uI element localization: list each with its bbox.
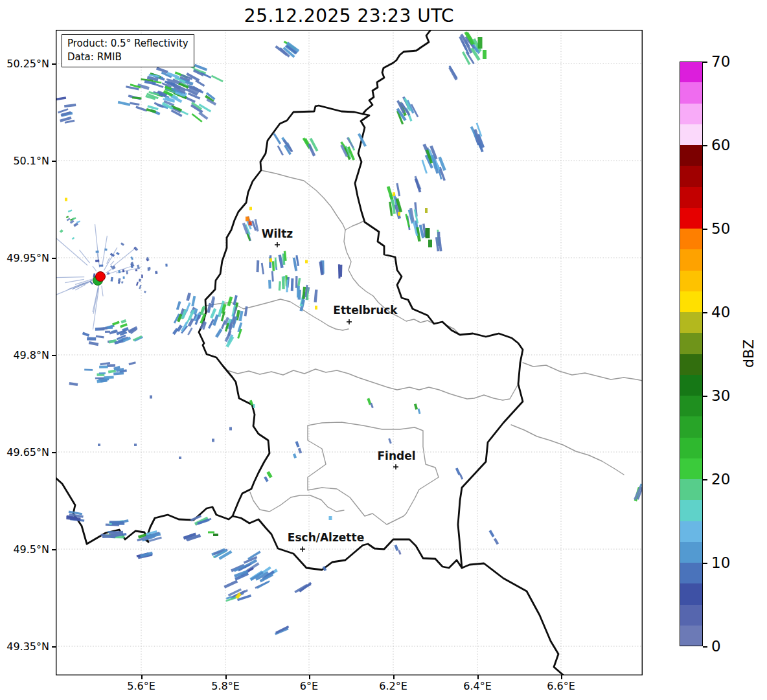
radar-echo-cell — [297, 286, 300, 298]
radar-echo-cell — [87, 337, 96, 341]
radar-clutter-spoke — [56, 238, 87, 265]
radar-echo-cell — [179, 457, 181, 459]
radar-echo-cell — [275, 257, 277, 267]
product-info-line2: Data: RMIB — [67, 51, 189, 64]
radar-echo-cell — [96, 251, 99, 253]
city-label: Findel — [377, 449, 415, 462]
page-title: 25.12.2025 23:23 UTC — [56, 5, 643, 27]
y-axis-tick — [52, 258, 56, 259]
radar-echo-cell — [128, 361, 135, 365]
radar-echo-cell — [207, 303, 212, 313]
radar-echo-cell — [82, 332, 89, 336]
radar-echo-cell — [120, 242, 124, 245]
colorbar-tick — [703, 229, 707, 230]
radar-echo-cell — [104, 376, 113, 379]
city-label: Wiltz — [262, 227, 293, 240]
radar-echo-cell — [249, 221, 252, 225]
radar-echo-cell — [68, 210, 73, 212]
y-axis-tick — [52, 355, 56, 356]
radar-echo-cell — [268, 280, 271, 289]
radar-echo-cell — [299, 582, 312, 593]
radar-echo-cell — [148, 267, 150, 271]
radar-echo-cell — [314, 289, 317, 302]
radar-clutter-spoke — [111, 261, 114, 265]
radar-echo-cell — [99, 372, 106, 374]
radar-echo-cell — [393, 192, 395, 196]
y-axis-tick — [52, 549, 56, 550]
radar-echo-cell — [339, 265, 342, 277]
x-axis-tick — [141, 675, 143, 679]
colorbar-tick — [703, 646, 707, 648]
radar-echo-cell — [60, 229, 63, 233]
radar-echo-cell — [99, 365, 108, 368]
radar-echo-cell — [113, 372, 124, 375]
radar-echo-cell — [165, 264, 167, 267]
radar-echo-cell — [315, 306, 317, 310]
radar-echo-cell — [120, 319, 126, 324]
radar-echo-cell — [109, 521, 124, 523]
radar-echo-cell — [64, 104, 76, 107]
radar-echo-cell — [84, 368, 93, 370]
radar-echo-cell — [421, 159, 427, 174]
radar-figure: 25.12.2025 23:23 UTC WiltzEttelbruckFind… — [0, 0, 767, 700]
radar-echo-cell — [95, 260, 99, 262]
radar-echo-cell — [135, 269, 138, 272]
radar-echo-cell — [229, 427, 232, 431]
radar-echo-cell — [395, 545, 399, 551]
radar-echo-cell — [89, 341, 99, 346]
x-axis-label: 5.8°E — [211, 680, 240, 692]
district-border — [523, 363, 643, 381]
radar-echo-cell — [261, 263, 264, 275]
y-axis-label: 49.35°N — [0, 640, 49, 653]
radar-echo-cell — [272, 261, 275, 271]
radar-echo-cell — [213, 534, 218, 536]
colorbar-outline — [680, 62, 703, 646]
radar-echo-cell — [132, 96, 142, 99]
radar-echo-cell — [414, 403, 418, 410]
radar-clutter-spoke — [93, 266, 97, 271]
radar-echo-cell — [293, 453, 297, 458]
radar-echo-cell — [73, 223, 78, 227]
radar-echo-cell — [176, 301, 181, 310]
radar-echo-cell — [244, 306, 248, 317]
radar-echo-cell — [139, 285, 141, 289]
district-border — [261, 170, 345, 230]
radar-echo-cell — [118, 101, 131, 106]
y-axis-label: 49.65°N — [0, 446, 49, 458]
colorbar-tick-label: 10 — [711, 554, 730, 571]
radar-echo-cell — [277, 145, 284, 155]
x-axis-label: 6.4°E — [463, 680, 492, 692]
radar-echo-cell — [122, 269, 125, 273]
radar-echo-cell — [271, 271, 274, 281]
radar-echo-cell — [107, 364, 115, 367]
radar-echo-cell — [273, 133, 282, 144]
radar-echo-cell — [65, 198, 67, 201]
radar-echo-cell — [130, 256, 133, 260]
radar-echo-cell — [135, 106, 147, 112]
radar-echo-cell — [298, 448, 302, 454]
colorbar-tick-label: 20 — [711, 471, 730, 488]
radar-echo-cell — [198, 111, 208, 120]
radar-echo-cell — [305, 260, 308, 264]
radar-clutter-spoke — [56, 277, 84, 278]
radar-echo-cell — [257, 260, 260, 272]
radar-echo-cell — [223, 580, 238, 588]
radar-echo-cell — [95, 378, 106, 379]
radar-echo-cell — [264, 477, 268, 482]
radar-echo-cell — [426, 228, 430, 238]
radar-clutter-spoke — [93, 288, 98, 330]
y-axis-label: 49.95°N — [0, 252, 49, 264]
map-canvas: WiltzEttelbruckFindelEsch/Alzette — [56, 30, 643, 675]
radar-clutter-spoke — [104, 247, 117, 270]
colorbar-tick-label: 70 — [711, 53, 730, 70]
radar-echo-cell — [120, 323, 128, 328]
x-axis-label: 6°E — [300, 680, 318, 692]
radar-echo-cell — [76, 221, 80, 223]
radar-echo-cell — [99, 265, 103, 267]
colorbar-tick-label: 30 — [711, 387, 730, 404]
radar-echo-cell — [387, 186, 394, 199]
radar-echo-cell — [282, 277, 285, 289]
x-axis-tick — [225, 675, 227, 679]
district-border — [344, 230, 460, 335]
district-border — [308, 422, 439, 525]
